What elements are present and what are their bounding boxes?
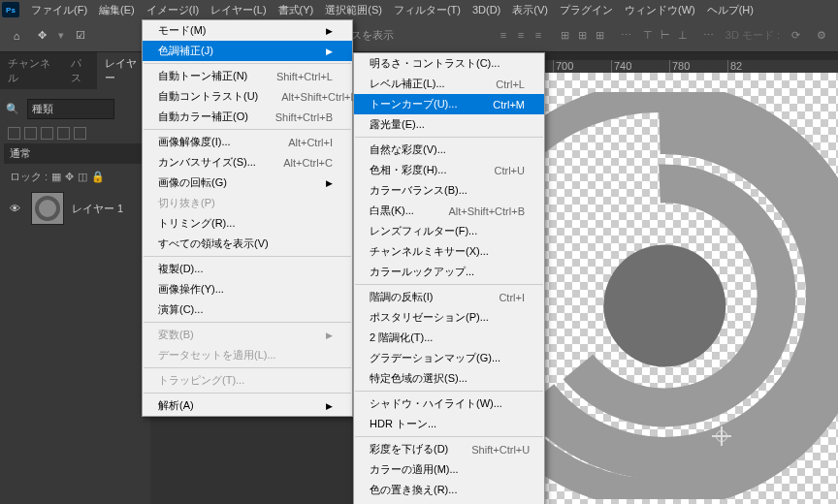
menu-フィルター(T)[interactable]: フィルター(T) xyxy=(388,1,467,19)
menu-item[interactable]: 画像の回転(G)▶ xyxy=(143,173,352,193)
distribute-icon[interactable]: ⊞ xyxy=(561,29,574,43)
menu-item[interactable]: すべての領域を表示(V) xyxy=(143,234,352,254)
menu-item[interactable]: カンバスサイズ(S)...Alt+Ctrl+C xyxy=(143,152,352,173)
visibility-icon[interactable]: 👁 xyxy=(10,203,23,214)
layers-panel: チャンネルパスレイヤー 🔍 種類 通常 ロック : ▦ ✥ ◫ 🔒 👁 レイヤー… xyxy=(0,52,150,504)
filter-pixel-icon[interactable] xyxy=(8,127,20,140)
orbit-icon[interactable]: ⟳ xyxy=(791,29,805,43)
menu-item[interactable]: グラデーションマップ(G)... xyxy=(354,348,544,368)
menu-イメージ(I)[interactable]: イメージ(I) xyxy=(141,1,205,19)
menu-書式(Y)[interactable]: 書式(Y) xyxy=(273,1,320,19)
panel-tabs: チャンネルパスレイヤー xyxy=(0,52,150,89)
valign-icon[interactable]: ⊤ xyxy=(643,29,657,43)
submenu-arrow-icon: ▶ xyxy=(326,178,333,188)
filter-smart-icon[interactable] xyxy=(74,127,86,140)
menu-3D(D)[interactable]: 3D(D) xyxy=(467,2,506,17)
menu-item[interactable]: レベル補正(L)...Ctrl+L xyxy=(354,74,544,94)
menu-item[interactable]: ポスタリゼーション(P)... xyxy=(354,307,544,328)
image-menu: モード(M)▶色調補正(J)▶自動トーン補正(N)Shift+Ctrl+L自動コ… xyxy=(142,19,353,417)
menu-item[interactable]: 自動トーン補正(N)Shift+Ctrl+L xyxy=(143,66,352,86)
menu-item[interactable]: 演算(C)... xyxy=(143,299,352,320)
menu-item[interactable]: 明るさ・コントラスト(C)... xyxy=(354,53,544,74)
menu-編集(E)[interactable]: 編集(E) xyxy=(93,1,141,19)
lock-row: ロック : ▦ ✥ ◫ 🔒 xyxy=(4,166,146,188)
menu-item[interactable]: 階調の反転(I)Ctrl+I xyxy=(354,287,544,307)
move-icon[interactable]: ✥ xyxy=(33,27,50,45)
valign-icon[interactable]: ⊢ xyxy=(661,29,674,43)
toolbar-right-group: ≡≡≡ ⊞⊞⊞ ⋯ ⊤⊢⊥ ⋯ 3D モード : ⟳ ⚙ xyxy=(500,28,830,43)
menu-item: データセットを適用(L)... xyxy=(143,345,352,365)
menu-item[interactable]: 画像操作(Y)... xyxy=(143,279,352,299)
align-icon[interactable]: ≡ xyxy=(518,29,532,43)
menu-item[interactable]: 平均化 (イコライズ)(Q) xyxy=(354,500,544,504)
lock-pixels-icon[interactable]: ▦ xyxy=(51,171,61,183)
filter-adjust-icon[interactable] xyxy=(24,127,37,140)
menu-item[interactable]: 特定色域の選択(S)... xyxy=(354,368,544,389)
layer-name: レイヤー 1 xyxy=(72,202,123,216)
lock-artboard-icon[interactable]: ◫ xyxy=(78,171,87,183)
menu-レイヤー(L)[interactable]: レイヤー(L) xyxy=(205,1,272,19)
menu-item: 切り抜き(P) xyxy=(143,193,352,213)
align-icon[interactable]: ≡ xyxy=(535,29,549,43)
menu-表示(V)[interactable]: 表示(V) xyxy=(506,1,554,19)
blend-mode-select[interactable]: 通常 xyxy=(4,143,146,164)
menu-item[interactable]: 自然な彩度(V)... xyxy=(354,140,544,160)
menu-item[interactable]: 解析(A)▶ xyxy=(143,395,352,416)
menu-item[interactable]: 自動カラー補正(O)Shift+Ctrl+B xyxy=(143,107,352,127)
ruler-tick: 700 xyxy=(553,60,611,73)
submenu-arrow-icon: ▶ xyxy=(326,47,333,56)
layer-thumbnail[interactable] xyxy=(31,192,64,225)
search-icon[interactable]: 🔍 xyxy=(6,103,19,115)
menu-item[interactable]: レンズフィルター(F)... xyxy=(354,221,544,241)
checkbox-icon[interactable]: ☑ xyxy=(72,27,89,45)
photoshop-icon: Ps xyxy=(2,2,19,17)
menu-item[interactable]: 複製(D)... xyxy=(143,259,352,279)
menu-ヘルプ(H)[interactable]: ヘルプ(H) xyxy=(701,1,759,19)
menu-item[interactable]: トリミング(R)... xyxy=(143,213,352,234)
menu-item: トラッピング(T)... xyxy=(143,370,352,391)
ruler-tick: 740 xyxy=(611,60,669,73)
menu-プラグイン[interactable]: プラグイン xyxy=(554,1,619,19)
filter-type-select[interactable]: 種類 xyxy=(27,99,114,119)
menu-item[interactable]: チャンネルミキサー(X)... xyxy=(354,241,544,262)
menu-item[interactable]: HDR トーン... xyxy=(354,414,544,434)
menu-item[interactable]: 自動コントラスト(U)Alt+Shift+Ctrl+L xyxy=(143,86,352,107)
menu-item[interactable]: カラーバランス(B)... xyxy=(354,180,544,201)
submenu-arrow-icon: ▶ xyxy=(326,331,333,340)
menu-item[interactable]: カラールックアップ... xyxy=(354,262,544,282)
menu-item: 変数(B)▶ xyxy=(143,325,352,345)
lock-all-icon[interactable]: 🔒 xyxy=(91,171,105,183)
distribute-icon[interactable]: ⊞ xyxy=(596,29,609,43)
menu-item[interactable]: 彩度を下げる(D)Shift+Ctrl+U xyxy=(354,439,544,459)
filter-icons xyxy=(4,125,146,142)
menu-選択範囲(S)[interactable]: 選択範囲(S) xyxy=(319,1,388,19)
menu-item[interactable]: 色の置き換え(R)... xyxy=(354,480,544,500)
panel-tab[interactable]: チャンネル xyxy=(0,52,63,89)
submenu-arrow-icon: ▶ xyxy=(326,26,333,36)
svg-point-1 xyxy=(603,245,725,367)
menu-item[interactable]: 色相・彩度(H)...Ctrl+U xyxy=(354,160,544,180)
menu-item[interactable]: 2 階調化(T)... xyxy=(354,328,544,348)
menu-item[interactable]: トーンカーブ(U)...Ctrl+M xyxy=(354,94,544,114)
layer-row[interactable]: 👁 レイヤー 1 xyxy=(4,188,146,229)
filter-type-icon[interactable] xyxy=(41,127,53,140)
menu-item[interactable]: カラーの適用(M)... xyxy=(354,459,544,480)
menu-item[interactable]: 露光量(E)... xyxy=(354,114,544,135)
menu-item[interactable]: 白黒(K)...Alt+Shift+Ctrl+B xyxy=(354,201,544,221)
home-icon[interactable]: ⌂ xyxy=(8,27,25,45)
menu-ファイル(F)[interactable]: ファイル(F) xyxy=(25,1,93,19)
menu-item[interactable]: 画像解像度(I)...Alt+Ctrl+I xyxy=(143,132,352,152)
align-icon[interactable]: ≡ xyxy=(500,29,514,43)
menu-item[interactable]: 色調補正(J)▶ xyxy=(143,41,352,61)
filter-shape-icon[interactable] xyxy=(57,127,70,140)
menu-ウィンドウ(W)[interactable]: ウィンドウ(W) xyxy=(619,1,701,19)
distribute-icon[interactable]: ⊞ xyxy=(578,29,592,43)
valign-icon[interactable]: ⊥ xyxy=(678,29,692,43)
ruler-tick: 780 xyxy=(669,60,727,73)
menu-item[interactable]: シャドウ・ハイライト(W)... xyxy=(354,394,544,414)
gear-icon[interactable]: ⚙ xyxy=(817,29,830,43)
ruler-tick: 82 xyxy=(727,60,786,73)
panel-tab[interactable]: パス xyxy=(63,52,97,89)
menu-item[interactable]: モード(M)▶ xyxy=(143,20,352,41)
lock-position-icon[interactable]: ✥ xyxy=(65,171,74,183)
